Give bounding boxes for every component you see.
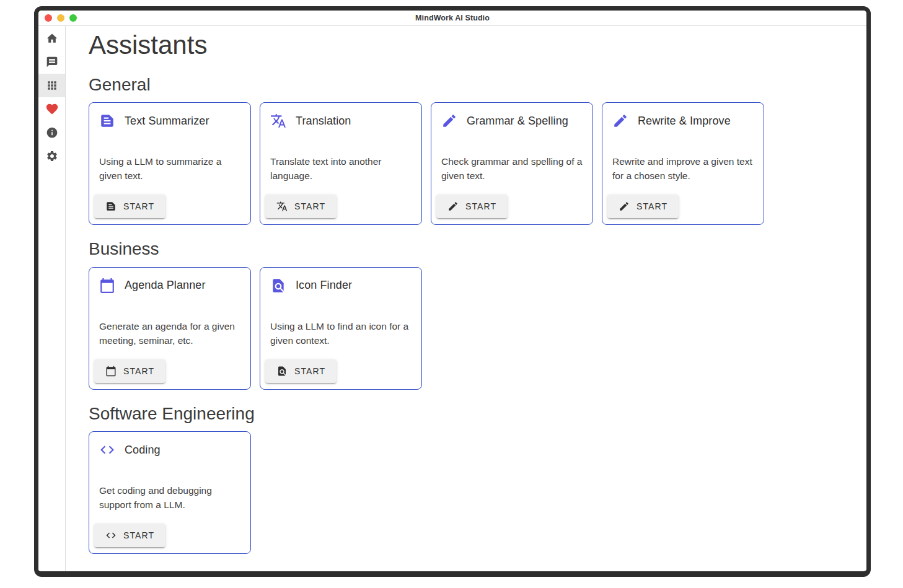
window-title: MindWork AI Studio: [415, 14, 490, 22]
text-snippet-icon: [105, 201, 117, 212]
section-heading: Software Engineering: [89, 403, 866, 424]
card-header: Agenda Planner: [99, 278, 240, 294]
card-grid: CodingGet coding and debugging support f…: [89, 431, 866, 554]
home-icon: [46, 32, 58, 45]
minimize-button[interactable]: [57, 14, 64, 22]
start-button-label: START: [123, 530, 154, 540]
card-title: Text Summarizer: [125, 115, 209, 128]
page-title: Assistants: [89, 30, 866, 61]
card-description: Using a LLM to find an icon for a given …: [270, 320, 412, 348]
section-software-engineering: Software EngineeringCodingGet coding and…: [89, 403, 866, 555]
section-heading: Business: [89, 239, 866, 260]
zoom-button[interactable]: [69, 14, 77, 22]
sidebar-item-chat[interactable]: [38, 50, 65, 74]
sidebar-item-supporters[interactable]: [38, 97, 65, 121]
start-button-coding[interactable]: START: [94, 524, 165, 547]
sidebar-item-home[interactable]: [38, 27, 65, 50]
text-snippet-icon: [99, 113, 115, 129]
start-button-translation[interactable]: START: [265, 195, 337, 218]
heart-icon: [45, 102, 59, 116]
sidebar-item-settings[interactable]: [38, 144, 65, 168]
start-button-label: START: [123, 201, 154, 211]
find-in-page-icon: [276, 366, 288, 377]
start-button-label: START: [123, 366, 154, 376]
start-button-text-summarizer[interactable]: START: [94, 195, 165, 218]
sidebar: [38, 26, 66, 571]
pencil-icon: [612, 113, 628, 129]
close-button[interactable]: [45, 14, 52, 22]
start-button-label: START: [637, 201, 667, 211]
card-description: Rewrite and improve a given text for a c…: [612, 155, 754, 183]
card-title: Rewrite & Improve: [638, 115, 731, 128]
calendar-icon: [105, 366, 117, 377]
assistant-card-translation: TranslationTranslate text into another l…: [260, 102, 422, 225]
info-icon: [46, 126, 58, 139]
code-icon: [99, 442, 115, 458]
pencil-icon: [441, 113, 457, 129]
title-bar: MindWork AI Studio: [38, 11, 866, 26]
start-button-rewrite-improve[interactable]: START: [607, 195, 679, 218]
start-button-label: START: [465, 201, 496, 211]
card-grid: Text SummarizerUsing a LLM to summarize …: [89, 102, 866, 225]
card-header: Translation: [270, 113, 412, 129]
card-title: Coding: [125, 444, 161, 457]
pencil-icon: [447, 201, 459, 212]
start-button-grammar-spelling[interactable]: START: [436, 195, 508, 218]
main-content: Assistants GeneralText SummarizerUsing a…: [66, 26, 866, 571]
translate-icon: [270, 113, 286, 129]
start-button-label: START: [294, 201, 325, 211]
sidebar-item-assistants[interactable]: [38, 74, 65, 97]
code-icon: [105, 530, 117, 541]
start-button-icon-finder[interactable]: START: [265, 359, 337, 383]
card-header: Coding: [99, 442, 240, 458]
card-description: Check grammar and spelling of a given te…: [441, 155, 583, 183]
assistant-card-coding: CodingGet coding and debugging support f…: [89, 431, 251, 554]
card-header: Grammar & Spelling: [441, 113, 583, 129]
start-button-agenda-planner[interactable]: START: [94, 359, 165, 383]
calendar-icon: [99, 278, 115, 294]
sidebar-item-about[interactable]: [38, 121, 65, 144]
card-title: Agenda Planner: [125, 279, 206, 292]
card-grid: Agenda PlannerGenerate an agenda for a g…: [89, 267, 866, 390]
assistant-card-rewrite-improve: Rewrite & ImproveRewrite and improve a g…: [602, 102, 764, 225]
chat-icon: [46, 56, 58, 68]
start-button-label: START: [294, 366, 325, 376]
assistant-card-text-summarizer: Text SummarizerUsing a LLM to summarize …: [89, 102, 251, 225]
sections-container: GeneralText SummarizerUsing a LLM to sum…: [89, 74, 866, 555]
section-business: BusinessAgenda PlannerGenerate an agenda…: [89, 239, 866, 390]
gear-icon: [46, 150, 58, 162]
card-header: Icon Finder: [270, 278, 412, 294]
traffic-lights: [45, 11, 77, 25]
card-description: Get coding and debugging support from a …: [99, 484, 240, 512]
screen: MindWork AI Studio Assistants GeneralTex…: [0, 0, 903, 588]
window-body: Assistants GeneralText SummarizerUsing a…: [38, 26, 866, 571]
assistant-card-agenda-planner: Agenda PlannerGenerate an agenda for a g…: [89, 267, 251, 390]
card-header: Text Summarizer: [99, 113, 240, 129]
assistant-card-grammar-spelling: Grammar & SpellingCheck grammar and spel…: [431, 102, 593, 225]
app-window: MindWork AI Studio Assistants GeneralTex…: [34, 6, 871, 577]
translate-icon: [276, 201, 288, 212]
card-description: Translate text into another language.: [270, 155, 412, 183]
card-title: Icon Finder: [296, 279, 352, 292]
pencil-icon: [619, 201, 630, 212]
card-title: Grammar & Spelling: [467, 115, 568, 128]
section-general: GeneralText SummarizerUsing a LLM to sum…: [89, 74, 866, 226]
assistant-card-icon-finder: Icon FinderUsing a LLM to find an icon f…: [260, 267, 422, 390]
card-title: Translation: [296, 115, 351, 128]
card-header: Rewrite & Improve: [612, 113, 754, 129]
card-description: Using a LLM to summarize a given text.: [99, 155, 240, 183]
section-heading: General: [89, 74, 866, 95]
apps-grid-icon: [46, 79, 58, 92]
card-description: Generate an agenda for a given meeting, …: [99, 320, 240, 348]
find-in-page-icon: [270, 278, 286, 294]
